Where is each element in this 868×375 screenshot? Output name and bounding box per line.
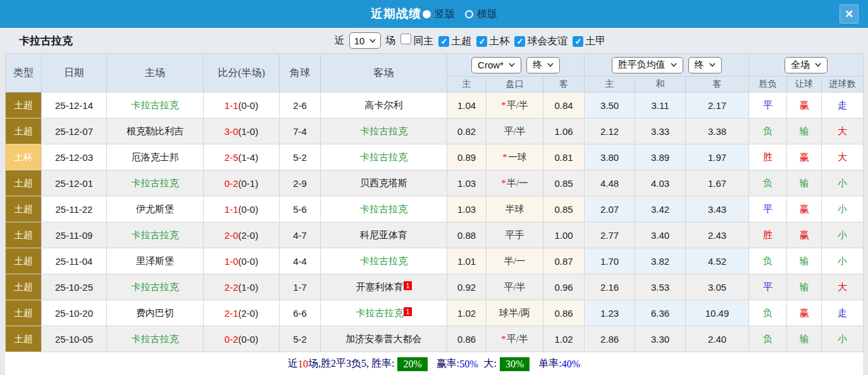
league-type-badge: 土超 xyxy=(6,326,42,352)
odds-company-select[interactable]: Crow* xyxy=(471,57,521,73)
fulltime-score: 2-0 xyxy=(225,230,239,241)
wdl-time-select[interactable]: 终 xyxy=(688,57,722,73)
away-team-name: 卡拉古拉克 xyxy=(360,204,407,214)
subheader-odds-draw: 和 xyxy=(635,77,686,92)
score: 2-1(2-0) xyxy=(204,300,280,326)
odds-home: 3.50 xyxy=(585,92,635,118)
odds-home: 2.16 xyxy=(585,274,635,300)
filter-checkbox[interactable]: ✓ xyxy=(438,36,449,47)
result-goals: 大 xyxy=(822,274,864,300)
close-icon: ✕ xyxy=(845,8,853,21)
subheader-odds-away: 客 xyxy=(686,77,749,92)
scope-select[interactable]: 全场 xyxy=(784,57,828,73)
away-team-name: 科尼亚体育 xyxy=(360,230,407,240)
handicap-line: 半/一 xyxy=(487,248,543,274)
odds-away: 1.67 xyxy=(686,170,749,196)
radio-vertical-label[interactable]: 竖版 xyxy=(435,8,455,21)
close-button[interactable]: ✕ xyxy=(840,4,859,23)
result-wdl: 胜 xyxy=(749,222,787,248)
filter-checkbox[interactable]: ✓ xyxy=(514,36,525,47)
away-team: 加济安泰普大都会 xyxy=(321,326,447,352)
handicap-line: 平手 xyxy=(487,222,543,248)
league-type-badge: 土超 xyxy=(6,222,42,248)
result-wdl: 平 xyxy=(749,92,787,118)
filter-bar: 卡拉古拉克 近 10 场 同主✓土超✓土杯✓球会友谊✓土甲 xyxy=(0,28,868,53)
odds-time-select[interactable]: 终 xyxy=(526,57,560,73)
fulltime-score: 2-5 xyxy=(225,152,239,163)
table-row: 土超25-11-04里泽斯堡1-0(0-0)4-4卡拉古拉克1.01半/一0.8… xyxy=(6,248,864,274)
result-goals: 走 xyxy=(822,92,864,118)
odds-draw: 3.53 xyxy=(635,274,686,300)
handicap-line: *平/半 xyxy=(487,326,543,352)
odds-draw: 4.03 xyxy=(635,170,686,196)
halftime-score: (1-0) xyxy=(239,126,259,137)
away-team-name: 加济安泰普大都会 xyxy=(346,334,422,344)
halftime-score: (0-0) xyxy=(239,204,259,215)
corners: 2-6 xyxy=(280,92,321,118)
table-row: 土超25-10-25卡拉古拉克2-2(1-0)1-7开塞利体育10.92平/半0… xyxy=(6,274,864,300)
result-handicap: 赢 xyxy=(787,92,822,118)
odds-away: 10.49 xyxy=(686,300,749,326)
filter-checkbox[interactable] xyxy=(400,34,411,44)
league-type-badge: 土超 xyxy=(6,170,42,196)
corners: 5-2 xyxy=(280,144,321,170)
away-team: 贝西克塔斯 xyxy=(321,170,447,196)
halftime-score: (0-0) xyxy=(239,334,259,345)
handicap-line-text: 半/一 xyxy=(504,256,525,266)
handicap-home-odds: 1.03 xyxy=(447,170,487,196)
handicap-away-odds: 0.87 xyxy=(543,248,585,274)
chevron-down-icon xyxy=(509,63,515,67)
wdl-average-select[interactable]: 胜平负均值 xyxy=(612,57,683,73)
team-name: 卡拉古拉克 xyxy=(19,34,73,48)
matches-label: 场 xyxy=(385,34,395,48)
odds-draw: 3.11 xyxy=(635,92,686,118)
chevron-down-icon xyxy=(671,63,677,67)
away-team: 开塞利体育1 xyxy=(321,274,447,300)
home-team: 费内巴切 xyxy=(107,300,204,326)
radio-horizontal[interactable] xyxy=(465,10,473,18)
filter-checkbox[interactable]: ✓ xyxy=(476,36,487,47)
title-bar: 近期战绩 竖版 横版 ✕ xyxy=(0,0,868,28)
col-header-score: 比分(半场) xyxy=(204,54,280,92)
radio-vertical[interactable] xyxy=(423,10,431,18)
result-handicap: 输 xyxy=(787,274,822,300)
filter-checkbox[interactable]: ✓ xyxy=(573,36,583,47)
chevron-down-icon xyxy=(709,63,716,67)
odds-away: 2.17 xyxy=(686,92,749,118)
table-row: 土超25-10-20费内巴切2-1(2-0)6-6卡拉古拉克11.02球半/两0… xyxy=(6,300,864,326)
col-header-home: 主场 xyxy=(107,54,204,92)
odds-home: 1.23 xyxy=(585,300,635,326)
filters-group: 近 10 场 同主✓土超✓土杯✓球会友谊✓土甲 xyxy=(335,32,606,49)
star-marker: * xyxy=(501,334,506,344)
corners: 5-2 xyxy=(280,326,321,352)
handicap-home-odds: 1.04 xyxy=(447,92,487,118)
corners: 1-7 xyxy=(280,274,321,300)
corners: 4-7 xyxy=(280,222,321,248)
match-date: 25-10-25 xyxy=(42,274,107,300)
red-card-badge: 1 xyxy=(404,307,411,316)
table-row: 土超25-10-05卡拉古拉克0-2(0-0)5-2加济安泰普大都会0.86*平… xyxy=(6,326,864,352)
odds-rate-value: 50% xyxy=(459,359,478,370)
league-type-badge: 土超 xyxy=(6,92,42,118)
odds-draw: 3.82 xyxy=(635,248,686,274)
match-date: 25-10-20 xyxy=(42,300,107,326)
recent-count-select[interactable]: 10 xyxy=(349,32,381,49)
radio-horizontal-label[interactable]: 横版 xyxy=(477,8,497,21)
match-date: 25-11-09 xyxy=(42,222,107,248)
away-team: 卡拉古拉克 xyxy=(321,196,447,222)
handicap-line-text: 平手 xyxy=(505,230,524,240)
home-team: 卡拉古拉克 xyxy=(107,92,204,118)
footer-match-count: 10 xyxy=(298,359,308,370)
handicap-away-odds: 0.85 xyxy=(543,196,585,222)
league-type-badge: 土超 xyxy=(6,274,42,300)
odds-away: 3.05 xyxy=(686,274,749,300)
away-team-name: 卡拉古拉克 xyxy=(360,152,407,162)
home-team: 卡拉古拉克 xyxy=(107,222,204,248)
result-goals: 走 xyxy=(822,300,864,326)
subheader-result-wdl: 胜负 xyxy=(749,77,787,92)
footer-prefix: 近 xyxy=(288,357,298,371)
result-handicap: 输 xyxy=(787,326,822,352)
handicap-home-odds: 1.01 xyxy=(447,248,487,274)
filter-checkbox-label: 同主 xyxy=(413,35,433,46)
away-team: 高卡尔利 xyxy=(321,92,447,118)
